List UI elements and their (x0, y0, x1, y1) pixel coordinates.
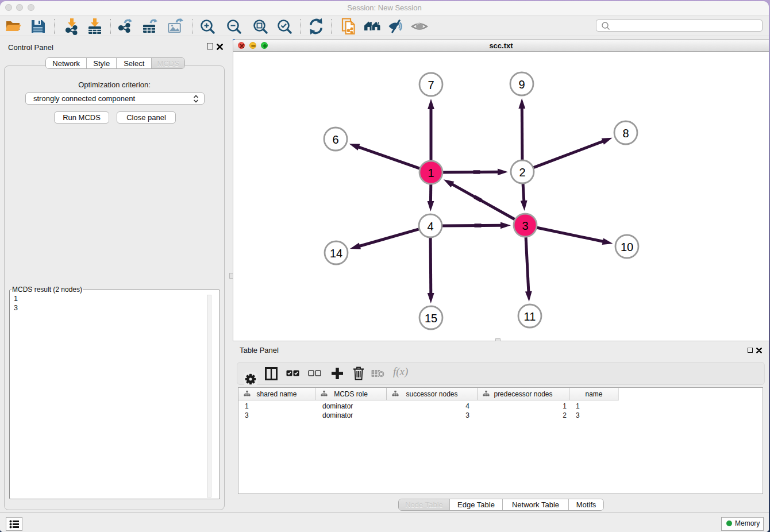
svg-text:10: 10 (621, 241, 633, 253)
svg-text:8: 8 (622, 127, 629, 140)
svg-text:4: 4 (427, 220, 433, 233)
svg-text:11: 11 (524, 310, 536, 323)
svg-text:6: 6 (332, 133, 338, 146)
svg-text:14: 14 (330, 247, 342, 260)
svg-text:3: 3 (522, 219, 528, 232)
svg-text:9: 9 (518, 78, 525, 91)
svg-text:15: 15 (425, 312, 437, 325)
svg-text:2: 2 (519, 166, 525, 179)
svg-text:7: 7 (428, 79, 434, 91)
svg-text:1: 1 (428, 167, 434, 179)
